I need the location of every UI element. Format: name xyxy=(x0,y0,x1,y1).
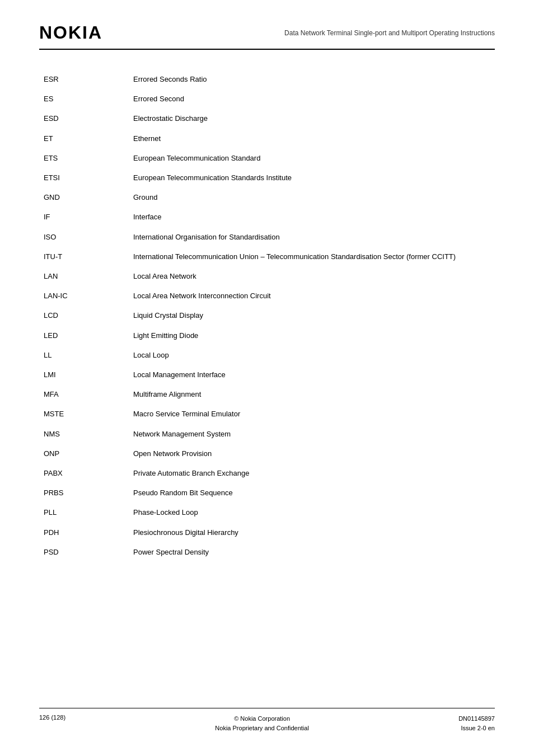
glossary-row: GNDGround xyxy=(39,190,495,210)
glossary-definition: Pseudo Random Bit Sequence xyxy=(129,486,495,505)
nokia-logo: NOKIA xyxy=(39,22,102,43)
glossary-row: LCDLiquid Crystal Display xyxy=(39,308,495,328)
glossary-definition: Ethernet xyxy=(129,132,495,151)
glossary-row: MSTEMacro Service Terminal Emulator xyxy=(39,407,495,426)
glossary-abbr: PDH xyxy=(39,525,129,545)
glossary-row: ITU-TInternational Telecommunication Uni… xyxy=(39,250,495,269)
glossary-abbr: ETSI xyxy=(39,171,129,190)
glossary-row: ESErrored Second xyxy=(39,92,495,111)
glossary-definition: Private Automatic Branch Exchange xyxy=(129,466,495,486)
glossary-row: LLLocal Loop xyxy=(39,348,495,368)
glossary-table: ESRErrored Seconds RatioESErrored Second… xyxy=(39,72,495,565)
glossary-row: ONPOpen Network Provision xyxy=(39,447,495,466)
glossary-row: PSDPower Spectral Density xyxy=(39,545,495,565)
glossary-row: ETSEuropean Telecommunication Standard xyxy=(39,151,495,171)
glossary-abbr: ES xyxy=(39,92,129,111)
glossary-abbr: ET xyxy=(39,132,129,151)
glossary-abbr: IF xyxy=(39,210,129,229)
page: NOKIA Data Network Terminal Single-port … xyxy=(0,0,534,756)
glossary-row: PDHPlesiochronous Digital Hierarchy xyxy=(39,525,495,545)
page-footer: 126 (128) © Nokia Corporation Nokia Prop… xyxy=(39,708,495,734)
glossary-definition: Local Management Interface xyxy=(129,368,495,387)
glossary-row: PABXPrivate Automatic Branch Exchange xyxy=(39,466,495,486)
glossary-abbr: PLL xyxy=(39,505,129,525)
glossary-definition: European Telecommunication Standard xyxy=(129,151,495,171)
glossary-abbr: MSTE xyxy=(39,407,129,426)
page-number: 126 (128) xyxy=(39,714,65,721)
glossary-row: ETSIEuropean Telecommunication Standards… xyxy=(39,171,495,190)
glossary-row: ESDElectrostatic Discharge xyxy=(39,111,495,131)
glossary-abbr: LMI xyxy=(39,368,129,387)
glossary-row: ESRErrored Seconds Ratio xyxy=(39,72,495,92)
footer-copyright: © Nokia Corporation Nokia Proprietary an… xyxy=(215,714,309,734)
glossary-row: NMSNetwork Management System xyxy=(39,427,495,447)
glossary-abbr: PRBS xyxy=(39,486,129,505)
glossary-row: ETEthernet xyxy=(39,132,495,151)
copyright-line1: © Nokia Corporation xyxy=(215,714,309,724)
glossary-definition: Ground xyxy=(129,190,495,210)
glossary-abbr: NMS xyxy=(39,427,129,447)
glossary-definition: Light Emitting Diode xyxy=(129,328,495,348)
glossary-definition: European Telecommunication Standards Ins… xyxy=(129,171,495,190)
copyright-line2: Nokia Proprietary and Confidential xyxy=(215,724,309,734)
glossary-abbr: PABX xyxy=(39,466,129,486)
footer-doc-info: DN01145897 Issue 2-0 en xyxy=(458,714,495,734)
issue: Issue 2-0 en xyxy=(458,724,495,734)
glossary-abbr: ESR xyxy=(39,72,129,92)
glossary-abbr: LAN xyxy=(39,269,129,289)
glossary-row: LMILocal Management Interface xyxy=(39,368,495,387)
glossary-definition: Local Area Network Interconnection Circu… xyxy=(129,289,495,308)
glossary-abbr: ETS xyxy=(39,151,129,171)
glossary-row: ISOInternational Organisation for Standa… xyxy=(39,230,495,250)
doc-number: DN01145897 xyxy=(458,714,495,724)
glossary-definition: Plesiochronous Digital Hierarchy xyxy=(129,525,495,545)
glossary-definition: Power Spectral Density xyxy=(129,545,495,565)
glossary-definition: International Organisation for Standardi… xyxy=(129,230,495,250)
glossary-abbr: LAN-IC xyxy=(39,289,129,308)
document-title: Data Network Terminal Single-port and Mu… xyxy=(284,29,495,37)
glossary-row: MFAMultiframe Alignment xyxy=(39,387,495,407)
glossary-row: PRBSPseudo Random Bit Sequence xyxy=(39,486,495,505)
glossary-row: IFInterface xyxy=(39,210,495,229)
glossary-abbr: LL xyxy=(39,348,129,368)
glossary-definition: Local Area Network xyxy=(129,269,495,289)
glossary-row: LAN-ICLocal Area Network Interconnection… xyxy=(39,289,495,308)
glossary-definition: Liquid Crystal Display xyxy=(129,308,495,328)
glossary-abbr: GND xyxy=(39,190,129,210)
glossary-definition: Electrostatic Discharge xyxy=(129,111,495,131)
glossary-definition: Macro Service Terminal Emulator xyxy=(129,407,495,426)
glossary-abbr: ITU-T xyxy=(39,250,129,269)
glossary-definition: Errored Seconds Ratio xyxy=(129,72,495,92)
glossary-row: LANLocal Area Network xyxy=(39,269,495,289)
glossary-abbr: LCD xyxy=(39,308,129,328)
glossary-abbr: MFA xyxy=(39,387,129,407)
glossary-definition: Network Management System xyxy=(129,427,495,447)
glossary-abbr: PSD xyxy=(39,545,129,565)
glossary-abbr: ONP xyxy=(39,447,129,466)
page-header: NOKIA Data Network Terminal Single-port … xyxy=(39,22,495,50)
glossary-definition: Multiframe Alignment xyxy=(129,387,495,407)
glossary-definition: Interface xyxy=(129,210,495,229)
glossary-row: PLLPhase-Locked Loop xyxy=(39,505,495,525)
glossary-definition: Errored Second xyxy=(129,92,495,111)
glossary-row: LEDLight Emitting Diode xyxy=(39,328,495,348)
glossary-abbr: ESD xyxy=(39,111,129,131)
glossary-abbr: ISO xyxy=(39,230,129,250)
glossary-definition: Phase-Locked Loop xyxy=(129,505,495,525)
glossary-abbr: LED xyxy=(39,328,129,348)
glossary-definition: Open Network Provision xyxy=(129,447,495,466)
glossary-definition: Local Loop xyxy=(129,348,495,368)
glossary-definition: International Telecommunication Union – … xyxy=(129,250,495,269)
